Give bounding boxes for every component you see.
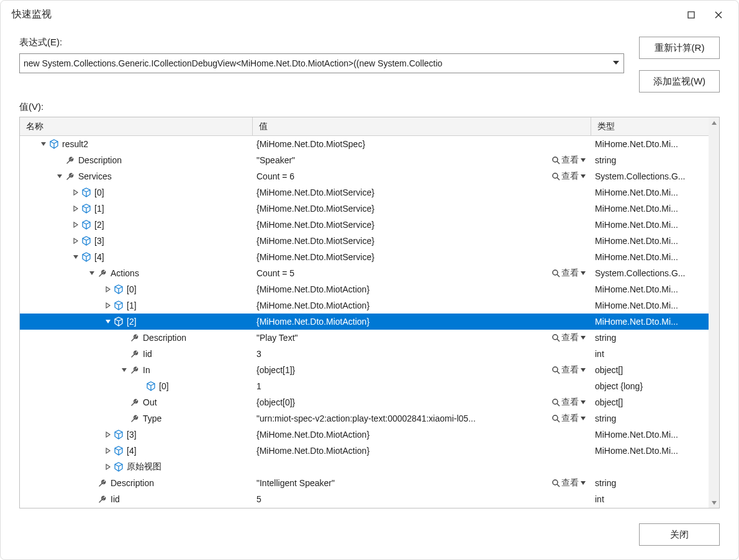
scroll-up-icon[interactable] [709,117,719,128]
cell-name: In [20,362,253,378]
expression-input[interactable]: new System.Collections.Generic.ICollecti… [24,58,611,68]
close-dialog-button[interactable]: 关闭 [639,523,720,546]
expand-icon[interactable] [71,236,81,246]
property-icon [129,348,140,359]
tree-row[interactable]: Iid5int [20,491,709,507]
add-watch-button[interactable]: 添加监视(W) [639,70,720,93]
cell-name: Description [20,152,253,168]
tree-row[interactable]: [1]{MiHome.Net.Dto.MiotService}MiHome.Ne… [20,201,709,217]
tree-row[interactable]: Out{object[0]}查看object[] [20,394,709,410]
collapse-icon[interactable] [103,317,113,327]
column-header-type[interactable]: 类型 [591,117,709,135]
row-value: 5 [253,494,589,504]
expand-icon[interactable] [71,220,81,230]
tree-row[interactable]: Description"Intelligent Speaker"查看string [20,475,709,491]
tree-row[interactable]: Description"Speaker"查看string [20,152,709,168]
expand-icon[interactable] [103,446,113,456]
property-icon [129,332,140,343]
row-type: string [591,413,616,423]
visualizer-button[interactable]: 查看 [551,477,589,489]
scroll-down-icon[interactable] [709,497,719,508]
row-type: MiHome.Net.Dto.Mi... [591,300,678,310]
tree-row[interactable]: [0]1object {long} [20,378,709,394]
expand-icon[interactable] [103,430,113,440]
expand-icon[interactable] [71,187,81,197]
column-header-value[interactable]: 值 [253,117,591,135]
collapse-icon[interactable] [87,268,97,278]
tree-row[interactable]: 原始视图 [20,459,709,475]
visualizer-button[interactable]: 查看 [551,332,589,343]
vertical-scrollbar[interactable] [709,117,719,508]
tree-row[interactable]: Iid3int [20,346,709,362]
row-type: MiHome.Net.Dto.Mi... [591,139,678,149]
chevron-down-icon[interactable] [611,58,621,68]
svg-marker-17 [89,271,94,275]
collapse-icon[interactable] [39,139,48,149]
cell-type: int [591,491,709,507]
tree-row[interactable]: In{object[1]}查看object[] [20,362,709,378]
cell-name: [2] [20,217,253,233]
expand-icon[interactable] [103,284,113,294]
expand-icon[interactable] [103,300,113,310]
row-value: {MiHome.Net.Dto.MiotAction} [253,446,589,456]
cell-type: MiHome.Net.Dto.Mi... [591,427,709,443]
tree-row[interactable]: [3]{MiHome.Net.Dto.MiotAction}MiHome.Net… [20,427,709,443]
row-name: Type [143,413,161,423]
tree-row[interactable]: [1]{MiHome.Net.Dto.MiotAction}MiHome.Net… [20,297,709,314]
cell-name: [1] [20,297,253,314]
reevaluate-button[interactable]: 重新计算(R) [639,37,720,59]
svg-point-24 [553,335,558,340]
row-name: [1] [94,204,104,214]
object-icon [145,381,156,392]
row-type: int [591,494,604,504]
cell-type: object[] [591,394,709,410]
column-header-name[interactable]: 名称 [20,117,253,135]
visualizer-button[interactable]: 查看 [551,155,589,166]
svg-line-25 [557,339,560,341]
row-type: MiHome.Net.Dto.Mi... [591,317,678,327]
expand-icon[interactable] [71,204,81,214]
cell-type: MiHome.Net.Dto.Mi... [591,281,709,297]
row-value: "Play Text" [253,333,551,343]
tree-row[interactable]: [2]{MiHome.Net.Dto.MiotAction}MiHome.Net… [20,314,709,330]
tree-row[interactable]: [4]{MiHome.Net.Dto.MiotService}MiHome.Ne… [20,249,709,265]
cell-name: Iid [20,346,253,362]
tree-row[interactable]: ServicesCount = 6查看System.Collections.G.… [20,168,709,184]
scroll-track[interactable] [709,128,719,497]
tree-row[interactable]: ActionsCount = 5查看System.Collections.G..… [20,265,709,281]
cell-name: Out [20,394,253,410]
property-icon [65,155,76,166]
svg-point-34 [553,415,558,420]
tree-row[interactable]: Type"urn:miot-spec-v2:action:play-text:0… [20,410,709,427]
visualizer-button[interactable]: 查看 [551,364,589,376]
collapse-icon[interactable] [71,252,81,262]
visualizer-button[interactable]: 查看 [551,171,589,182]
cell-name: result2 [20,136,253,152]
expand-icon[interactable] [103,462,113,472]
collapse-icon[interactable] [55,171,65,181]
maximize-button[interactable] [678,5,705,25]
tree-row[interactable]: [0]{MiHome.Net.Dto.MiotAction}MiHome.Net… [20,281,709,297]
tree-row[interactable]: [2]{MiHome.Net.Dto.MiotService}MiHome.Ne… [20,217,709,233]
collapse-icon[interactable] [119,365,129,375]
svg-marker-30 [581,368,586,372]
tree-row[interactable]: [3]{MiHome.Net.Dto.MiotService}MiHome.Ne… [20,233,709,249]
visualizer-button[interactable]: 查看 [551,397,589,408]
close-button[interactable] [705,5,732,25]
tree-row[interactable]: Description"Play Text"查看string [20,330,709,346]
tree-row[interactable]: [4]{MiHome.Net.Dto.MiotAction}MiHome.Net… [20,443,709,459]
tree-row[interactable]: [0]{MiHome.Net.Dto.MiotService}MiHome.Ne… [20,184,709,201]
svg-point-5 [553,157,558,162]
cell-value: {MiHome.Net.Dto.MiotService} [253,233,591,249]
expression-combobox[interactable]: new System.Collections.Generic.ICollecti… [19,53,624,73]
cell-type: MiHome.Net.Dto.Mi... [591,297,709,314]
tree-row[interactable]: result2{MiHome.Net.Dto.MiotSpec}MiHome.N… [20,136,709,152]
cell-name: Type [20,410,253,427]
object-icon [113,284,124,295]
cell-type: MiHome.Net.Dto.Mi... [591,201,709,217]
object-icon [81,203,92,214]
visualizer-button[interactable]: 查看 [551,268,589,279]
visualizer-button[interactable]: 查看 [551,413,589,424]
value-label: 值(V): [19,101,720,113]
grid-header: 名称 值 类型 [20,117,709,136]
